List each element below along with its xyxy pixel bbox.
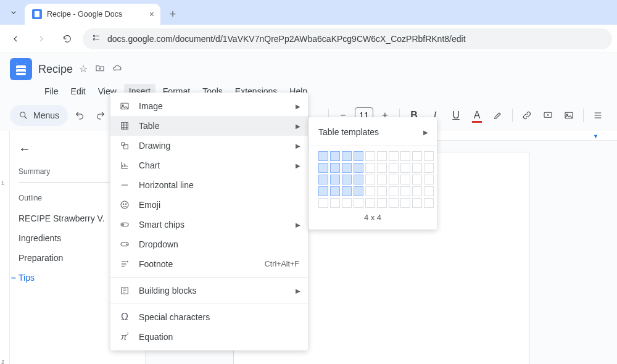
hr-icon [119, 180, 130, 191]
grid-cell[interactable] [400, 198, 410, 208]
url-text: docs.google.com/document/d/1VaVKV7nQrePp… [107, 34, 466, 44]
insert-footnote[interactable]: FootnoteCtrl+Alt+F [110, 254, 308, 274]
grid-cell[interactable] [377, 175, 387, 184]
grid-cell[interactable] [318, 175, 328, 184]
grid-cell[interactable] [330, 151, 340, 161]
grid-cell[interactable] [412, 163, 422, 173]
insert-special-characters[interactable]: ΩSpecial characters [110, 307, 308, 327]
grid-cell[interactable] [342, 175, 352, 184]
grid-cell[interactable] [354, 198, 363, 208]
menus-search[interactable]: Menus [10, 105, 68, 126]
grid-cell[interactable] [424, 151, 434, 161]
insert-chart[interactable]: Chart▶ [110, 155, 308, 175]
grid-cell[interactable] [354, 151, 363, 161]
grid-cell[interactable] [342, 186, 352, 196]
grid-cell[interactable] [389, 186, 399, 196]
grid-cell[interactable] [318, 151, 328, 161]
svg-rect-10 [124, 145, 128, 149]
grid-cell[interactable] [330, 163, 340, 173]
chevron-right-icon: ▶ [296, 162, 300, 169]
grid-cell[interactable] [318, 163, 328, 173]
grid-cell[interactable] [365, 175, 375, 184]
link-button[interactable] [518, 106, 536, 125]
pi-icon: π² [119, 331, 130, 342]
grid-cell[interactable] [412, 175, 422, 184]
grid-cell[interactable] [424, 175, 434, 184]
grid-cell[interactable] [365, 198, 375, 208]
tab-list-button[interactable] [5, 4, 22, 21]
insert-horizontal-line[interactable]: Horizontal line [110, 175, 308, 195]
table-templates-item[interactable]: Table templates ▶ [308, 123, 437, 141]
insert-smart-chips[interactable]: Smart chips▶ [110, 215, 308, 234]
svg-point-0 [93, 35, 95, 37]
grid-cell[interactable] [330, 175, 340, 184]
grid-cell[interactable] [424, 163, 434, 173]
undo-button[interactable] [70, 106, 89, 125]
grid-cell[interactable] [318, 198, 328, 208]
document-title[interactable]: Recipe [38, 63, 73, 76]
grid-cell[interactable] [412, 186, 422, 196]
table-size-grid[interactable] [308, 151, 437, 208]
grid-cell[interactable] [412, 198, 422, 208]
grid-cell[interactable] [365, 151, 375, 161]
browser-tab[interactable]: Recipe - Google Docs × [25, 4, 160, 25]
menu-file[interactable]: File [39, 84, 64, 99]
grid-cell[interactable] [400, 163, 410, 173]
insert-emoji[interactable]: Emoji [110, 195, 308, 215]
cloud-icon[interactable] [112, 63, 122, 75]
grid-cell[interactable] [330, 186, 340, 196]
grid-cell[interactable] [400, 151, 410, 161]
grid-cell[interactable] [412, 151, 422, 161]
grid-cell[interactable] [424, 198, 434, 208]
insert-equation[interactable]: π²Equation [110, 327, 308, 347]
grid-cell[interactable] [389, 198, 399, 208]
grid-cell[interactable] [377, 186, 387, 196]
grid-cell[interactable] [354, 186, 363, 196]
grid-cell[interactable] [400, 175, 410, 184]
grid-cell[interactable] [365, 163, 375, 173]
docs-logo[interactable] [10, 58, 32, 80]
insert-drawing[interactable]: Drawing▶ [110, 136, 308, 155]
address-bar[interactable]: docs.google.com/document/d/1VaVKV7nQrePp… [83, 28, 612, 49]
grid-cell[interactable] [389, 151, 399, 161]
grid-cell[interactable] [342, 163, 352, 173]
grid-cell[interactable] [400, 186, 410, 196]
back-button[interactable] [5, 28, 26, 49]
underline-button[interactable]: U [447, 106, 465, 125]
text-color-button[interactable]: A [468, 106, 486, 125]
grid-cell[interactable] [354, 163, 363, 173]
grid-cell[interactable] [424, 186, 434, 196]
image-button[interactable] [560, 106, 578, 125]
comment-button[interactable] [539, 106, 557, 125]
chevron-right-icon: ▶ [296, 103, 300, 110]
site-info-icon[interactable] [91, 33, 101, 44]
grid-cell[interactable] [354, 175, 363, 184]
grid-cell[interactable] [365, 186, 375, 196]
new-tab-button[interactable]: + [164, 6, 181, 23]
margin-marker-icon[interactable]: ▼ [593, 133, 598, 139]
reload-button[interactable] [57, 28, 78, 49]
insert-building-blocks[interactable]: Building blocks▶ [110, 281, 308, 300]
align-button[interactable] [589, 106, 607, 125]
grid-cell[interactable] [377, 198, 387, 208]
redo-button[interactable] [91, 106, 110, 125]
insert-dropdown[interactable]: Dropdown [110, 234, 308, 254]
grid-cell[interactable] [377, 163, 387, 173]
grid-cell[interactable] [389, 175, 399, 184]
grid-cell[interactable] [377, 151, 387, 161]
move-icon[interactable] [95, 63, 105, 75]
star-icon[interactable]: ☆ [79, 63, 88, 75]
grid-cell[interactable] [389, 163, 399, 173]
insert-table[interactable]: Table▶ [110, 116, 308, 136]
grid-cell[interactable] [342, 151, 352, 161]
highlight-button[interactable] [489, 106, 507, 125]
insert-image[interactable]: Image▶ [110, 96, 308, 116]
menu-edit[interactable]: Edit [66, 84, 91, 99]
chevron-right-icon: ▶ [296, 221, 300, 228]
chevron-right-icon: ▶ [423, 129, 428, 136]
grid-cell[interactable] [330, 198, 340, 208]
grid-cell[interactable] [318, 186, 328, 196]
grid-cell[interactable] [342, 198, 352, 208]
close-icon[interactable]: × [149, 9, 154, 19]
footnote-icon [119, 259, 130, 270]
